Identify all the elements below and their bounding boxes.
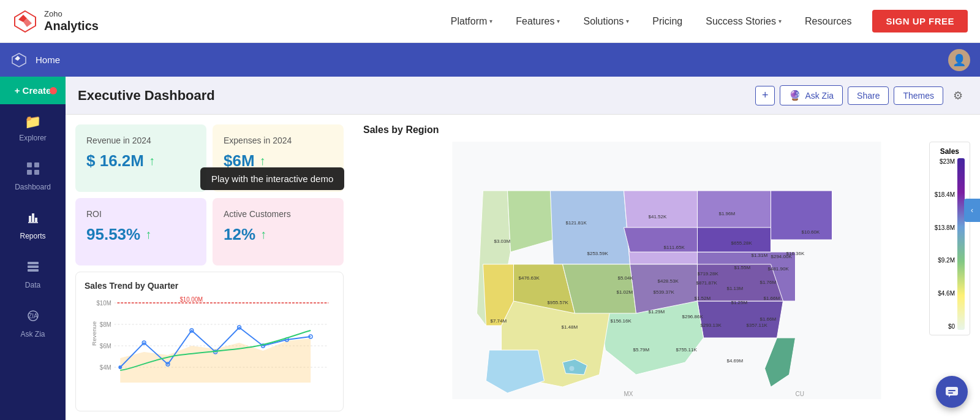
app-logo-icon [10, 51, 28, 69]
svg-point-33 [570, 366, 575, 371]
dashboard-header: Executive Dashboard + 🔮 Ask Zia Share Th… [66, 77, 980, 115]
legend-mid1: $18.4M [935, 191, 955, 198]
kpi-customers: Active Customers 12% ↑ [213, 198, 344, 265]
customers-trend-up-icon: ↑ [260, 227, 266, 242]
signup-button[interactable]: SIGN UP FREE [872, 10, 968, 32]
zoho-analytics-logo-icon [12, 9, 38, 34]
svg-rect-74 [948, 390, 956, 391]
svg-text:MX: MX [624, 391, 633, 397]
nav-resources[interactable]: Resources [796, 11, 860, 32]
svg-rect-4 [27, 170, 32, 175]
kpi-revenue: Revenue in 2024 $ 16.2M ↑ [75, 124, 206, 192]
svg-text:$655.28K: $655.28K [731, 240, 753, 246]
reports-icon [26, 211, 40, 228]
right-panel: Sales by Region [353, 115, 980, 420]
svg-rect-75 [948, 392, 953, 394]
svg-text:$4.69M: $4.69M [727, 358, 744, 364]
app-topbar: Home 👤 [0, 43, 980, 77]
features-chevron-icon: ▾ [557, 18, 560, 25]
logo-area: Zoho Analytics [12, 9, 99, 34]
svg-text:$1.31M: $1.31M [752, 253, 768, 258]
sidebar-item-data[interactable]: Data [0, 250, 66, 299]
svg-text:$5.04K: $5.04K [618, 275, 634, 281]
svg-text:$1.66M: $1.66M [764, 296, 780, 301]
sales-trend-chart: Sales Trend by Quarter $10M $8M [75, 272, 344, 411]
create-button[interactable]: + Create [0, 77, 66, 104]
sidebar-item-explorer[interactable]: 📁 Explorer [0, 104, 66, 152]
legend-mid2: $13.8M [935, 224, 955, 231]
themes-button[interactable]: Themes [894, 86, 943, 105]
expenses-trend-up-icon: ↑ [260, 154, 266, 168]
add-widget-button[interactable]: + [755, 86, 775, 105]
svg-text:$6M: $6M [100, 343, 111, 349]
logo-text: Zoho Analytics [44, 10, 99, 32]
settings-button[interactable]: ⚙ [948, 86, 968, 105]
revenue-trend-up-icon: ↑ [149, 154, 155, 168]
svg-text:$294.00K: $294.00K [771, 254, 793, 259]
svg-rect-7 [28, 265, 39, 268]
sales-trend-area: $10M $8M $6M $4M $10.00M [85, 297, 334, 395]
share-button[interactable]: Share [848, 86, 889, 105]
dashboard-grid: Revenue in 2024 $ 16.2M ↑ Expenses in 20… [66, 115, 980, 420]
sidebar-item-ask-zia[interactable]: ZIA Ask Zia [0, 299, 66, 348]
svg-rect-8 [28, 269, 39, 272]
svg-text:$1.29M: $1.29M [649, 309, 665, 315]
nav-pricing[interactable]: Pricing [644, 11, 691, 32]
svg-text:$1.52M: $1.52M [695, 296, 711, 301]
app-shell: Home 👤 + Create 📁 Explorer [0, 43, 980, 420]
zia-icon: 🔮 [789, 90, 801, 101]
nav-success-stories[interactable]: Success Stories ▾ [697, 11, 790, 32]
svg-text:$10M: $10M [96, 300, 111, 307]
logo-zoho: Zoho [44, 10, 99, 18]
kpi-revenue-value: $ 16.2M ↑ [86, 151, 195, 170]
svg-text:$4M: $4M [100, 364, 111, 371]
nav-platform[interactable]: Platform ▾ [442, 11, 502, 32]
nav-links: Platform ▾ Features ▾ Solutions ▾ Pricin… [442, 10, 968, 32]
svg-text:$1.96M: $1.96M [719, 211, 736, 216]
sidebar-item-reports[interactable]: Reports [0, 201, 66, 250]
dashboard-actions: + 🔮 Ask Zia Share Themes ⚙ [755, 85, 968, 105]
us-map-svg: $3.03M $121.81K $41.52K $1.96M $476.63K … [363, 142, 970, 399]
right-collapse-button[interactable]: ‹ [964, 199, 980, 222]
svg-rect-2 [27, 162, 32, 167]
svg-text:$7.74M: $7.74M [491, 318, 507, 324]
left-panel: Revenue in 2024 $ 16.2M ↑ Expenses in 20… [66, 115, 353, 420]
svg-text:$293.13K: $293.13K [701, 323, 722, 328]
svg-text:$296.86K: $296.86K [682, 314, 704, 319]
main-layout: + Create 📁 Explorer Dashboard [0, 77, 980, 420]
logo-analytics: Analytics [44, 19, 99, 32]
map-legend: Sales $23M $18.4M $13.8M $9.2M $4.6M $0 [929, 142, 970, 335]
legend-mid4: $4.6M [935, 290, 955, 297]
ask-zia-button[interactable]: 🔮 Ask Zia [780, 85, 843, 105]
svg-text:ZIA: ZIA [28, 313, 38, 319]
svg-text:$8M: $8M [100, 321, 111, 328]
svg-text:$1.76M: $1.76M [760, 280, 777, 285]
user-avatar[interactable]: 👤 [948, 49, 970, 71]
legend-mid3: $9.2M [935, 257, 955, 264]
svg-text:$3.03M: $3.03M [494, 239, 511, 244]
svg-text:$1.25M: $1.25M [731, 300, 748, 305]
svg-text:$1.55M: $1.55M [734, 265, 751, 270]
sidebar: + Create 📁 Explorer Dashboard [0, 77, 66, 420]
top-navigation: Zoho Analytics Platform ▾ Features ▾ Sol… [0, 0, 980, 43]
dashboard-icon [26, 162, 40, 179]
svg-text:$1.66M: $1.66M [760, 316, 777, 322]
chat-bubble-button[interactable] [936, 376, 968, 408]
svg-text:$111.65K: $111.65K [664, 245, 685, 250]
kpi-roi: ROI 95.53% ↑ [75, 198, 206, 265]
sidebar-item-dashboard[interactable]: Dashboard [0, 152, 66, 201]
kpi-customers-value: 12% ↑ [224, 225, 333, 244]
nav-solutions[interactable]: Solutions ▾ [575, 11, 638, 32]
platform-chevron-icon: ▾ [489, 18, 492, 25]
svg-marker-1 [12, 53, 26, 67]
app-home-link[interactable]: Home [36, 55, 60, 65]
legend-title: Sales [940, 147, 959, 156]
svg-text:$755.11K: $755.11K [676, 347, 698, 353]
svg-text:$1.02M: $1.02M [617, 289, 633, 295]
svg-text:$121.81K: $121.81K [566, 220, 587, 226]
nav-features[interactable]: Features ▾ [507, 11, 568, 32]
svg-text:$719.28K: $719.28K [698, 271, 719, 277]
svg-text:$10.60K: $10.60K [802, 229, 820, 235]
dashboard-title: Executive Dashboard [78, 88, 755, 104]
svg-text:Revenue: Revenue [91, 321, 98, 346]
